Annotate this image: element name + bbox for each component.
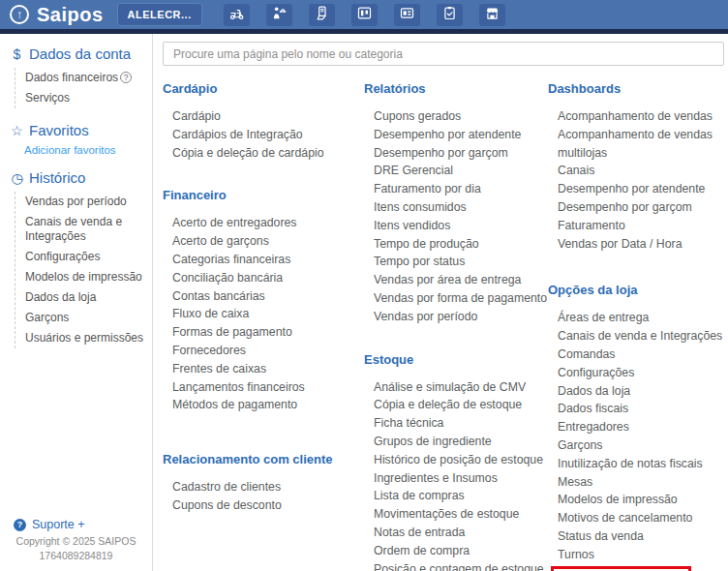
sidebar-item[interactable]: Modelos de impressão — [25, 267, 152, 287]
menu-item[interactable]: Turnos — [548, 546, 723, 564]
menu-item[interactable]: Faturamento — [548, 217, 723, 235]
menu-item[interactable]: Formas de pagamento — [163, 323, 364, 342]
store-button[interactable] — [479, 4, 505, 26]
menu-item[interactable]: Categorias financeiras — [163, 251, 364, 269]
support-label: Suporte + — [32, 518, 85, 531]
menu-item[interactable]: Inutilização de notas fiscais — [548, 455, 723, 473]
menu-item[interactable]: Comandas — [548, 346, 723, 364]
clock-icon: ◷ — [10, 170, 24, 186]
menu-item[interactable]: Tempo por status — [364, 253, 548, 271]
delivery-scooter-button[interactable] — [224, 4, 250, 26]
menu-section: RelatóriosCupons geradosDesempenho por a… — [364, 81, 548, 326]
menu-item[interactable]: Dados da loja — [548, 382, 723, 401]
screen-layout-icon — [399, 5, 415, 25]
kanban-board-button[interactable] — [351, 4, 378, 26]
menu-item[interactable]: Canais — [548, 162, 723, 180]
menu-item[interactable]: Status da venda — [548, 527, 723, 546]
menu-item[interactable]: Acompanhamento de vendas — [548, 107, 723, 126]
menu-item[interactable]: Configurações — [548, 364, 723, 382]
menu-item[interactable]: Cópia e deleção de estoque — [364, 396, 548, 414]
sidebar-section-header[interactable]: ◷ Histórico — [10, 169, 152, 186]
menu-item[interactable]: Histórico de posição de estoque — [364, 451, 548, 469]
menu-item[interactable]: Cardápio — [163, 107, 364, 126]
menu-item[interactable]: Motivos de cancelamento — [548, 509, 723, 527]
menu-section-title: Financeiro — [163, 188, 364, 202]
menu-item[interactable]: Conciliação bancária — [163, 269, 364, 287]
menu-item[interactable]: Grupos de ingrediente — [364, 433, 548, 451]
sidebar-item[interactable]: Serviços — [25, 88, 152, 108]
clipboard-check-icon — [441, 5, 458, 25]
menu-item[interactable]: Cardápios de Integração — [163, 126, 364, 144]
menu-item[interactable]: Ordem de compra — [364, 542, 548, 560]
menu-item[interactable]: Fornecedores — [163, 342, 364, 360]
sidebar-item[interactable]: Garçons — [25, 308, 152, 328]
menu-item[interactable]: Faturamento por dia — [364, 180, 548, 198]
waiter-button[interactable] — [266, 4, 292, 26]
menu-item[interactable]: Acompanhamento de vendas multilojas — [548, 126, 723, 163]
menu-item[interactable]: Notas de entrada — [364, 524, 548, 542]
menu-item[interactable]: Cópia e deleção de cardápio — [163, 144, 364, 163]
saipos-logo[interactable]: ↑ Saipos — [10, 4, 104, 26]
menu-item[interactable]: Frentes de caixas — [163, 360, 364, 378]
sidebar-item[interactable]: Vendas por período — [25, 192, 152, 212]
store-selector-button[interactable]: ALELECR... — [117, 3, 202, 26]
sidebar-item[interactable]: Dados financeiros? — [25, 68, 152, 88]
menu-item[interactable]: Análise e simulação de CMV — [364, 378, 548, 397]
menu-item-highlighted[interactable]: Usuários e permissões — [551, 566, 691, 571]
help-circle-icon: ? — [120, 72, 132, 83]
menu-item[interactable]: Métodos de pagamento — [163, 396, 364, 414]
menu-item[interactable]: Vendas por forma de pagamento — [364, 289, 548, 308]
menu-item[interactable]: Mesas — [548, 473, 723, 492]
sidebar-item[interactable]: Canais de venda e Integrações — [25, 212, 152, 247]
menu-item[interactable]: Vendas por período — [364, 308, 548, 326]
menu-item[interactable]: DRE Gerencial — [364, 162, 548, 180]
menu-item[interactable]: Ficha técnica — [364, 414, 548, 433]
menu-item[interactable]: Movimentações de estoque — [364, 505, 548, 524]
menu-column: CardápioCardápioCardápios de IntegraçãoC… — [163, 81, 364, 571]
menu-item[interactable]: Modelos de impressão — [548, 491, 723, 509]
menu-item[interactable]: Tempo de produção — [364, 235, 548, 254]
menu-section: Relacionamento com clienteCadastro de cl… — [163, 452, 364, 515]
menu-item[interactable]: Desempenho por atendente — [548, 180, 723, 198]
menu-item[interactable]: Cupons de desconto — [163, 496, 364, 515]
sidebar-section-header[interactable]: $ Dados da conta — [10, 45, 152, 62]
support-link[interactable]: ? Suporte + — [0, 518, 152, 531]
clipboard-check-button[interactable] — [437, 4, 463, 26]
menu-item[interactable]: Dados fiscais — [548, 400, 723, 418]
search-input[interactable] — [163, 42, 724, 66]
menu-item[interactable]: Posição e contagem de estoque — [364, 560, 548, 571]
menu-item[interactable]: Entregadores — [548, 418, 723, 436]
menu-item[interactable]: Itens consumidos — [364, 198, 548, 217]
menu-item[interactable]: Cadastro de clientes — [163, 478, 364, 496]
menu-item[interactable]: Áreas de entrega — [548, 309, 723, 327]
add-favorites-link[interactable]: Adicionar favoritos — [24, 144, 152, 156]
menu-item[interactable]: Itens vendidos — [364, 217, 548, 235]
menu-section: EstoqueAnálise e simulação de CMVCópia e… — [364, 352, 548, 571]
menu-item[interactable]: Acerto de garçons — [163, 232, 364, 251]
menu-item[interactable]: Ingredientes e Insumos — [364, 469, 548, 488]
menu-item[interactable]: Lançamentos financeiros — [163, 378, 364, 397]
menu-item[interactable]: Acerto de entregadores — [163, 214, 364, 232]
menu-item[interactable]: Vendas por área de entrega — [364, 271, 548, 289]
menu-item[interactable]: Desempenho por atendente — [364, 126, 548, 144]
sidebar-section-header[interactable]: ☆ Favoritos — [10, 122, 152, 138]
menu-item[interactable]: Desempenho por garçom — [548, 198, 723, 217]
payment-terminal-button[interactable] — [309, 4, 335, 26]
menu-item[interactable]: Garçons — [548, 436, 723, 455]
sidebar: $ Dados da contaDados financeiros?Serviç… — [0, 34, 153, 571]
menu-item[interactable]: Vendas por Data / Hora — [548, 235, 723, 254]
mega-menu: CardápioCardápioCardápios de IntegraçãoC… — [163, 81, 724, 571]
screen-layout-button[interactable] — [394, 4, 420, 26]
menu-item[interactable]: Desempenho por garçom — [364, 144, 548, 163]
menu-section: Opções da lojaÁreas de entregaCanais de … — [548, 283, 723, 571]
page-content: $ Dados da contaDados financeiros?Serviç… — [0, 34, 728, 571]
menu-item[interactable]: Canais de venda e Integrações — [548, 327, 723, 346]
menu-column: RelatóriosCupons geradosDesempenho por a… — [364, 81, 548, 571]
sidebar-item[interactable]: Configurações — [25, 247, 152, 267]
sidebar-item[interactable]: Dados da loja — [25, 287, 152, 308]
menu-item[interactable]: Lista de compras — [364, 487, 548, 505]
menu-item[interactable]: Fluxo de caixa — [163, 305, 364, 323]
menu-item[interactable]: Contas bancárias — [163, 287, 364, 306]
sidebar-item[interactable]: Usuários e permissões — [25, 328, 152, 348]
menu-item[interactable]: Cupons gerados — [364, 107, 548, 126]
